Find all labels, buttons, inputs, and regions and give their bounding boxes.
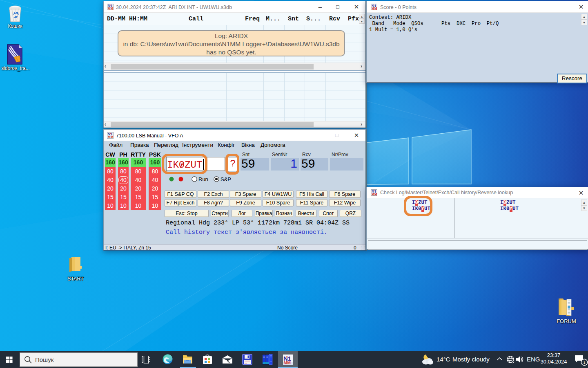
svg-text:+: + <box>286 355 288 359</box>
svg-text:MM: MM <box>284 360 291 365</box>
svg-text:MM: MM <box>372 7 377 10</box>
svg-text:MM: MM <box>108 7 114 10</box>
svg-text:MM: MM <box>108 135 114 139</box>
svg-text:MM: MM <box>372 193 377 196</box>
svg-text:1: 1 <box>583 360 586 365</box>
